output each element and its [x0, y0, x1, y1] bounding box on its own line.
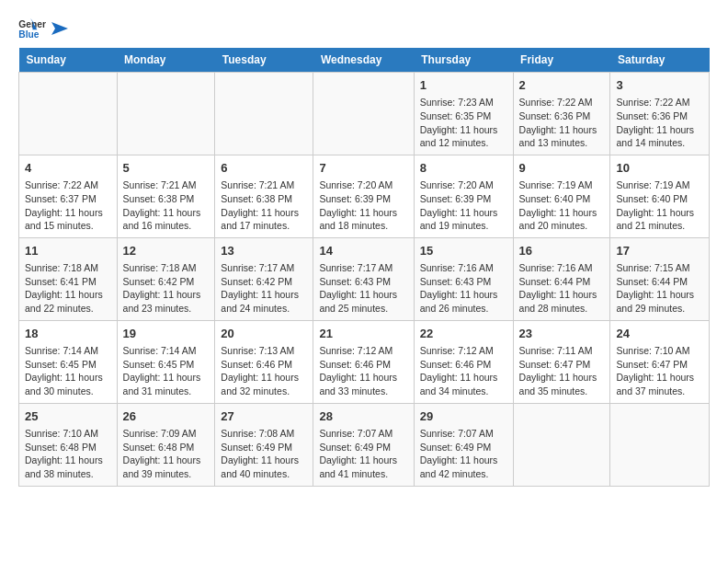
column-header-saturday: Saturday	[610, 48, 710, 73]
day-number: 19	[123, 326, 210, 342]
header: General Blue	[18, 18, 710, 39]
day-number: 3	[616, 77, 703, 94]
calendar-cell: 7Sunrise: 7:20 AM Sunset: 6:39 PM Daylig…	[313, 155, 414, 237]
cell-content: Sunrise: 7:13 AM Sunset: 6:46 PM Dayligh…	[221, 344, 307, 398]
day-number: 12	[123, 243, 210, 259]
calendar-week-row: 25Sunrise: 7:10 AM Sunset: 6:48 PM Dayli…	[19, 403, 710, 486]
day-number: 15	[420, 243, 507, 259]
calendar-cell: 16Sunrise: 7:16 AM Sunset: 6:44 PM Dayli…	[513, 237, 610, 320]
calendar-cell: 21Sunrise: 7:12 AM Sunset: 6:46 PM Dayli…	[313, 320, 414, 403]
day-number: 1	[420, 77, 507, 94]
cell-content: Sunrise: 7:22 AM Sunset: 6:37 PM Dayligh…	[25, 178, 111, 233]
cell-content: Sunrise: 7:10 AM Sunset: 6:47 PM Dayligh…	[616, 344, 703, 398]
calendar-cell	[513, 403, 610, 486]
calendar-week-row: 1Sunrise: 7:23 AM Sunset: 6:35 PM Daylig…	[19, 73, 710, 155]
cell-content: Sunrise: 7:12 AM Sunset: 6:46 PM Dayligh…	[319, 344, 407, 398]
day-number: 16	[519, 243, 605, 259]
logo-arrow-icon	[51, 22, 68, 35]
day-number: 8	[420, 160, 507, 177]
column-header-thursday: Thursday	[414, 48, 513, 73]
calendar-cell: 6Sunrise: 7:21 AM Sunset: 6:38 PM Daylig…	[215, 155, 313, 237]
cell-content: Sunrise: 7:09 AM Sunset: 6:48 PM Dayligh…	[123, 427, 210, 481]
day-number: 10	[616, 160, 703, 177]
column-header-monday: Monday	[117, 48, 215, 73]
cell-content: Sunrise: 7:07 AM Sunset: 6:49 PM Dayligh…	[420, 427, 507, 481]
calendar-cell	[610, 403, 710, 486]
day-number: 6	[221, 160, 307, 177]
day-number: 21	[319, 326, 407, 342]
calendar-table: SundayMondayTuesdayWednesdayThursdayFrid…	[18, 48, 710, 487]
cell-content: Sunrise: 7:16 AM Sunset: 6:43 PM Dayligh…	[420, 261, 507, 316]
calendar-cell: 3Sunrise: 7:22 AM Sunset: 6:36 PM Daylig…	[610, 73, 710, 155]
cell-content: Sunrise: 7:07 AM Sunset: 6:49 PM Dayligh…	[319, 427, 407, 481]
calendar-cell: 13Sunrise: 7:17 AM Sunset: 6:42 PM Dayli…	[215, 237, 313, 320]
cell-content: Sunrise: 7:20 AM Sunset: 6:39 PM Dayligh…	[319, 178, 407, 233]
calendar-cell: 24Sunrise: 7:10 AM Sunset: 6:47 PM Dayli…	[610, 320, 710, 403]
calendar-cell: 4Sunrise: 7:22 AM Sunset: 6:37 PM Daylig…	[19, 155, 118, 237]
calendar-cell: 29Sunrise: 7:07 AM Sunset: 6:49 PM Dayli…	[414, 403, 513, 486]
day-number: 25	[25, 408, 111, 425]
calendar-week-row: 18Sunrise: 7:14 AM Sunset: 6:45 PM Dayli…	[19, 320, 710, 403]
day-number: 17	[616, 243, 703, 259]
day-number: 22	[420, 326, 507, 342]
day-number: 5	[123, 160, 210, 177]
calendar-cell	[215, 73, 313, 155]
day-number: 18	[25, 326, 111, 342]
day-number: 14	[319, 243, 407, 259]
calendar-cell: 18Sunrise: 7:14 AM Sunset: 6:45 PM Dayli…	[19, 320, 118, 403]
logo-icon: General Blue	[18, 18, 46, 39]
calendar-cell: 9Sunrise: 7:19 AM Sunset: 6:40 PM Daylig…	[513, 155, 610, 237]
cell-content: Sunrise: 7:14 AM Sunset: 6:45 PM Dayligh…	[123, 344, 210, 398]
day-number: 24	[616, 326, 703, 342]
day-number: 13	[221, 243, 307, 259]
calendar-cell: 28Sunrise: 7:07 AM Sunset: 6:49 PM Dayli…	[313, 403, 414, 486]
cell-content: Sunrise: 7:18 AM Sunset: 6:42 PM Dayligh…	[123, 261, 210, 316]
calendar-header-row: SundayMondayTuesdayWednesdayThursdayFrid…	[19, 48, 710, 73]
cell-content: Sunrise: 7:21 AM Sunset: 6:38 PM Dayligh…	[221, 178, 307, 233]
day-number: 4	[25, 160, 111, 177]
cell-content: Sunrise: 7:20 AM Sunset: 6:39 PM Dayligh…	[420, 178, 507, 233]
calendar-cell: 26Sunrise: 7:09 AM Sunset: 6:48 PM Dayli…	[117, 403, 215, 486]
calendar-cell: 1Sunrise: 7:23 AM Sunset: 6:35 PM Daylig…	[414, 73, 513, 155]
cell-content: Sunrise: 7:18 AM Sunset: 6:41 PM Dayligh…	[25, 261, 111, 316]
calendar-cell	[117, 73, 215, 155]
cell-content: Sunrise: 7:14 AM Sunset: 6:45 PM Dayligh…	[25, 344, 111, 398]
calendar-cell: 17Sunrise: 7:15 AM Sunset: 6:44 PM Dayli…	[610, 237, 710, 320]
column-header-sunday: Sunday	[19, 48, 118, 73]
calendar-cell: 14Sunrise: 7:17 AM Sunset: 6:43 PM Dayli…	[313, 237, 414, 320]
calendar-cell: 10Sunrise: 7:19 AM Sunset: 6:40 PM Dayli…	[610, 155, 710, 237]
calendar-cell: 20Sunrise: 7:13 AM Sunset: 6:46 PM Dayli…	[215, 320, 313, 403]
day-number: 29	[420, 408, 507, 425]
day-number: 26	[123, 408, 210, 425]
calendar-cell: 19Sunrise: 7:14 AM Sunset: 6:45 PM Dayli…	[117, 320, 215, 403]
day-number: 9	[519, 160, 605, 177]
cell-content: Sunrise: 7:16 AM Sunset: 6:44 PM Dayligh…	[519, 261, 605, 316]
column-header-wednesday: Wednesday	[313, 48, 414, 73]
cell-content: Sunrise: 7:22 AM Sunset: 6:36 PM Dayligh…	[519, 96, 605, 150]
day-number: 11	[25, 243, 111, 259]
cell-content: Sunrise: 7:10 AM Sunset: 6:48 PM Dayligh…	[25, 427, 111, 481]
cell-content: Sunrise: 7:19 AM Sunset: 6:40 PM Dayligh…	[616, 178, 703, 233]
day-number: 7	[319, 160, 407, 177]
cell-content: Sunrise: 7:19 AM Sunset: 6:40 PM Dayligh…	[519, 178, 605, 233]
svg-marker-3	[51, 22, 68, 35]
day-number: 23	[519, 326, 605, 342]
svg-text:Blue: Blue	[18, 29, 40, 39]
calendar-week-row: 4Sunrise: 7:22 AM Sunset: 6:37 PM Daylig…	[19, 155, 710, 237]
cell-content: Sunrise: 7:22 AM Sunset: 6:36 PM Dayligh…	[616, 96, 703, 150]
cell-content: Sunrise: 7:15 AM Sunset: 6:44 PM Dayligh…	[616, 261, 703, 316]
calendar-cell	[19, 73, 118, 155]
calendar-cell	[313, 73, 414, 155]
calendar-cell: 27Sunrise: 7:08 AM Sunset: 6:49 PM Dayli…	[215, 403, 313, 486]
calendar-cell: 15Sunrise: 7:16 AM Sunset: 6:43 PM Dayli…	[414, 237, 513, 320]
column-header-tuesday: Tuesday	[215, 48, 313, 73]
calendar-cell: 22Sunrise: 7:12 AM Sunset: 6:46 PM Dayli…	[414, 320, 513, 403]
cell-content: Sunrise: 7:12 AM Sunset: 6:46 PM Dayligh…	[420, 344, 507, 398]
day-number: 2	[519, 77, 605, 94]
calendar-cell: 12Sunrise: 7:18 AM Sunset: 6:42 PM Dayli…	[117, 237, 215, 320]
cell-content: Sunrise: 7:21 AM Sunset: 6:38 PM Dayligh…	[123, 178, 210, 233]
calendar-cell: 25Sunrise: 7:10 AM Sunset: 6:48 PM Dayli…	[19, 403, 118, 486]
cell-content: Sunrise: 7:17 AM Sunset: 6:43 PM Dayligh…	[319, 261, 407, 316]
logo: General Blue	[18, 18, 68, 39]
calendar-cell: 23Sunrise: 7:11 AM Sunset: 6:47 PM Dayli…	[513, 320, 610, 403]
